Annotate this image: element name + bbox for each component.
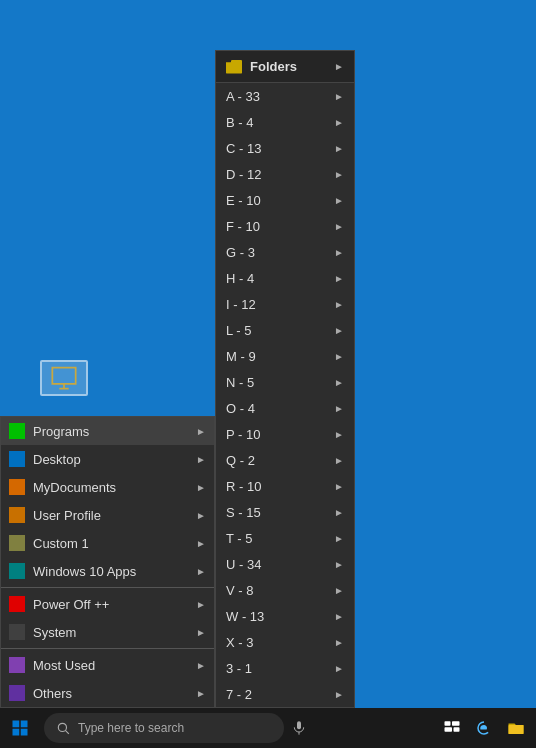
folders-item-21[interactable]: X - 3 ► bbox=[216, 629, 354, 655]
folders-item-label-23: 7 - 2 bbox=[226, 687, 334, 702]
svg-rect-0 bbox=[13, 721, 20, 728]
folders-items-list: A - 33 ► B - 4 ► C - 13 ► D - 12 ► E - 1… bbox=[216, 83, 354, 707]
folders-item-19[interactable]: V - 8 ► bbox=[216, 577, 354, 603]
separator-2 bbox=[1, 648, 214, 649]
others-icon bbox=[9, 685, 25, 701]
menu-item-others[interactable]: Others ► bbox=[1, 679, 214, 707]
folders-item-arrow-19: ► bbox=[334, 585, 344, 596]
userprofile-icon bbox=[9, 507, 25, 523]
menu-item-poweroff[interactable]: Power Off ++ ► bbox=[1, 590, 214, 618]
folders-item-label-1: B - 4 bbox=[226, 115, 334, 130]
folders-item-5[interactable]: F - 10 ► bbox=[216, 213, 354, 239]
folders-item-arrow-7: ► bbox=[334, 273, 344, 284]
folders-item-9[interactable]: L - 5 ► bbox=[216, 317, 354, 343]
menu-item-system[interactable]: System ► bbox=[1, 618, 214, 646]
programs-icon bbox=[9, 423, 25, 439]
folders-item-arrow-16: ► bbox=[334, 507, 344, 518]
folders-item-8[interactable]: I - 12 ► bbox=[216, 291, 354, 317]
windows-logo-icon bbox=[11, 719, 29, 737]
mydocuments-icon bbox=[9, 479, 25, 495]
folders-item-4[interactable]: E - 10 ► bbox=[216, 187, 354, 213]
programs-chevron: ► bbox=[196, 426, 206, 437]
folders-item-10[interactable]: M - 9 ► bbox=[216, 343, 354, 369]
folders-item-label-21: X - 3 bbox=[226, 635, 334, 650]
folders-item-arrow-8: ► bbox=[334, 299, 344, 310]
folders-item-18[interactable]: U - 34 ► bbox=[216, 551, 354, 577]
svg-rect-6 bbox=[297, 721, 301, 729]
folders-item-arrow-20: ► bbox=[334, 611, 344, 622]
folders-item-label-17: T - 5 bbox=[226, 531, 334, 546]
folders-item-arrow-9: ► bbox=[334, 325, 344, 336]
folders-item-15[interactable]: R - 10 ► bbox=[216, 473, 354, 499]
system-label: System bbox=[33, 625, 196, 640]
folders-item-0[interactable]: A - 33 ► bbox=[216, 83, 354, 109]
task-view-icon[interactable] bbox=[442, 718, 462, 738]
folders-item-arrow-22: ► bbox=[334, 663, 344, 674]
folders-header-chevron: ► bbox=[334, 61, 344, 72]
folders-item-22[interactable]: 3 - 1 ► bbox=[216, 655, 354, 681]
folders-item-label-18: U - 34 bbox=[226, 557, 334, 572]
menu-item-mydocuments[interactable]: MyDocuments ► bbox=[1, 473, 214, 501]
custom1-label: Custom 1 bbox=[33, 536, 196, 551]
menu-item-userprofile[interactable]: User Profile ► bbox=[1, 501, 214, 529]
menu-item-win10apps[interactable]: Windows 10 Apps ► bbox=[1, 557, 214, 585]
folders-item-3[interactable]: D - 12 ► bbox=[216, 161, 354, 187]
folders-item-label-15: R - 10 bbox=[226, 479, 334, 494]
folders-item-2[interactable]: C - 13 ► bbox=[216, 135, 354, 161]
mydocuments-label: MyDocuments bbox=[33, 480, 196, 495]
folders-item-label-19: V - 8 bbox=[226, 583, 334, 598]
userprofile-chevron: ► bbox=[196, 510, 206, 521]
folder-header-icon bbox=[226, 60, 242, 74]
start-button[interactable] bbox=[0, 708, 40, 748]
folders-item-arrow-17: ► bbox=[334, 533, 344, 544]
folders-item-14[interactable]: Q - 2 ► bbox=[216, 447, 354, 473]
desktop-icon bbox=[40, 360, 88, 396]
menu-item-mostused[interactable]: Most Used ► bbox=[1, 651, 214, 679]
folders-item-20[interactable]: W - 13 ► bbox=[216, 603, 354, 629]
folders-item-arrow-0: ► bbox=[334, 91, 344, 102]
folders-item-12[interactable]: O - 4 ► bbox=[216, 395, 354, 421]
folders-item-label-2: C - 13 bbox=[226, 141, 334, 156]
folders-item-label-8: I - 12 bbox=[226, 297, 334, 312]
custom1-chevron: ► bbox=[196, 538, 206, 549]
folders-item-17[interactable]: T - 5 ► bbox=[216, 525, 354, 551]
folders-item-label-22: 3 - 1 bbox=[226, 661, 334, 676]
search-placeholder: Type here to search bbox=[78, 721, 184, 735]
folders-item-16[interactable]: S - 15 ► bbox=[216, 499, 354, 525]
folders-item-11[interactable]: N - 5 ► bbox=[216, 369, 354, 395]
win10apps-label: Windows 10 Apps bbox=[33, 564, 196, 579]
search-icon bbox=[56, 721, 70, 735]
separator-1 bbox=[1, 587, 214, 588]
file-explorer-icon[interactable] bbox=[506, 718, 526, 738]
edge-browser-icon[interactable] bbox=[474, 718, 494, 738]
left-context-menu: Programs ► Desktop ► MyDocuments ► User … bbox=[0, 416, 215, 708]
microphone-button[interactable] bbox=[284, 708, 314, 748]
folders-item-13[interactable]: P - 10 ► bbox=[216, 421, 354, 447]
svg-line-5 bbox=[65, 730, 69, 734]
folders-item-arrow-15: ► bbox=[334, 481, 344, 492]
svg-rect-11 bbox=[454, 727, 460, 732]
folders-item-arrow-5: ► bbox=[334, 221, 344, 232]
folders-item-label-4: E - 10 bbox=[226, 193, 334, 208]
task-view-svg bbox=[443, 719, 461, 737]
others-chevron: ► bbox=[196, 688, 206, 699]
svg-rect-12 bbox=[509, 725, 524, 734]
menu-item-desktop[interactable]: Desktop ► bbox=[1, 445, 214, 473]
folders-item-arrow-23: ► bbox=[334, 689, 344, 700]
folders-item-1[interactable]: B - 4 ► bbox=[216, 109, 354, 135]
folders-item-arrow-13: ► bbox=[334, 429, 344, 440]
folders-item-label-5: F - 10 bbox=[226, 219, 334, 234]
desktop-icon-image bbox=[40, 360, 88, 396]
desktop-chevron: ► bbox=[196, 454, 206, 465]
menu-item-custom1[interactable]: Custom 1 ► bbox=[1, 529, 214, 557]
search-bar[interactable]: Type here to search bbox=[44, 713, 284, 743]
mostused-label: Most Used bbox=[33, 658, 196, 673]
folders-header: Folders ► bbox=[216, 51, 354, 83]
folders-item-6[interactable]: G - 3 ► bbox=[216, 239, 354, 265]
menu-item-programs[interactable]: Programs ► bbox=[1, 417, 214, 445]
folders-item-7[interactable]: H - 4 ► bbox=[216, 265, 354, 291]
folders-item-23[interactable]: 7 - 2 ► bbox=[216, 681, 354, 707]
folders-item-label-11: N - 5 bbox=[226, 375, 334, 390]
poweroff-icon bbox=[9, 596, 25, 612]
folders-item-label-12: O - 4 bbox=[226, 401, 334, 416]
